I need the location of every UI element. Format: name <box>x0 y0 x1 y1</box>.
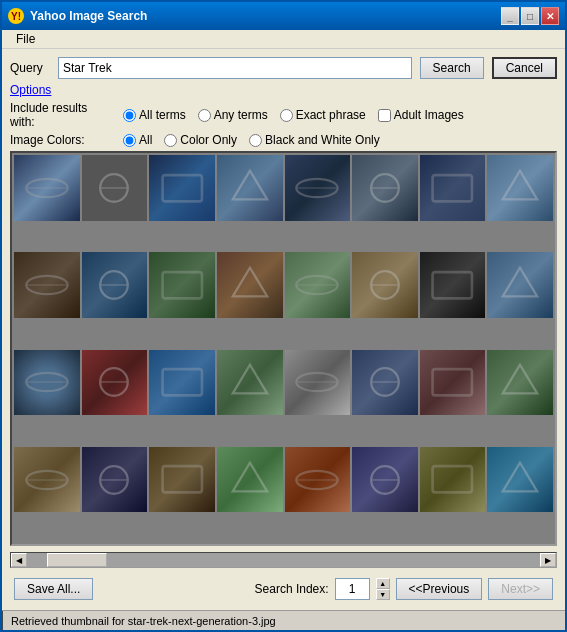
svg-rect-10 <box>433 175 472 201</box>
svg-rect-34 <box>433 369 472 395</box>
status-text: Retrieved thumbnail for star-trek-next-g… <box>11 615 276 627</box>
thumbnail-19[interactable] <box>149 350 215 416</box>
svg-marker-47 <box>503 462 537 491</box>
colors-label: Image Colors: <box>10 133 115 147</box>
app-icon: Y! <box>8 8 24 24</box>
svg-marker-5 <box>232 171 266 200</box>
bw-only-option[interactable]: Black and White Only <box>249 133 380 147</box>
scroll-thumb[interactable] <box>47 553 107 567</box>
svg-marker-35 <box>503 365 537 394</box>
thumbnail-7[interactable] <box>420 155 486 221</box>
thumbnail-14[interactable] <box>352 252 418 318</box>
menu-bar: File <box>2 30 565 49</box>
thumbnail-8[interactable] <box>487 155 553 221</box>
window-title: Yahoo Image Search <box>30 9 495 23</box>
terms-radio-group: All terms Any terms Exact phrase Adult I… <box>123 108 464 122</box>
file-menu[interactable]: File <box>10 30 41 48</box>
thumbnail-1[interactable] <box>14 155 80 221</box>
thumbnail-15[interactable] <box>420 252 486 318</box>
maximize-button[interactable]: □ <box>521 7 539 25</box>
thumbnail-23[interactable] <box>420 350 486 416</box>
adult-images-option[interactable]: Adult Images <box>378 108 464 122</box>
svg-rect-28 <box>162 369 201 395</box>
search-button[interactable]: Search <box>420 57 484 79</box>
scroll-left-arrow[interactable]: ◀ <box>11 553 27 567</box>
search-index-label: Search Index: <box>255 582 329 596</box>
thumbnail-11[interactable] <box>149 252 215 318</box>
thumbnail-27[interactable] <box>149 447 215 513</box>
thumbnail-22[interactable] <box>352 350 418 416</box>
thumbnail-29[interactable] <box>285 447 351 513</box>
thumbnail-31[interactable] <box>420 447 486 513</box>
all-colors-option[interactable]: All <box>123 133 152 147</box>
search-index-row: Search Index: ▲ ▼ <<Previous Next>> <box>255 578 553 600</box>
svg-rect-16 <box>162 272 201 298</box>
svg-marker-41 <box>232 462 266 491</box>
svg-rect-46 <box>433 466 472 492</box>
image-grid-wrapper[interactable] <box>10 151 557 546</box>
exact-phrase-option[interactable]: Exact phrase <box>280 108 366 122</box>
thumbnail-26[interactable] <box>82 447 148 513</box>
status-bar: Retrieved thumbnail for star-trek-next-g… <box>2 610 565 630</box>
window-controls: _ □ ✕ <box>501 7 559 25</box>
title-bar: Y! Yahoo Image Search _ □ ✕ <box>2 2 565 30</box>
thumbnail-30[interactable] <box>352 447 418 513</box>
query-row: Query Search Cancel <box>10 57 557 79</box>
minimize-button[interactable]: _ <box>501 7 519 25</box>
save-all-button[interactable]: Save All... <box>14 578 93 600</box>
close-button[interactable]: ✕ <box>541 7 559 25</box>
any-terms-option[interactable]: Any terms <box>198 108 268 122</box>
thumbnail-16[interactable] <box>487 252 553 318</box>
svg-marker-23 <box>503 268 537 297</box>
color-only-option[interactable]: Color Only <box>164 133 237 147</box>
all-terms-option[interactable]: All terms <box>123 108 186 122</box>
colors-radio-group: All Color Only Black and White Only <box>123 133 380 147</box>
scroll-right-arrow[interactable]: ▶ <box>540 553 556 567</box>
svg-rect-22 <box>433 272 472 298</box>
include-label: Include results with: <box>10 101 115 129</box>
thumbnail-20[interactable] <box>217 350 283 416</box>
cancel-button[interactable]: Cancel <box>492 57 557 79</box>
thumbnail-24[interactable] <box>487 350 553 416</box>
spinner-up[interactable]: ▲ <box>376 578 390 589</box>
thumbnail-4[interactable] <box>217 155 283 221</box>
thumbnail-17[interactable] <box>14 350 80 416</box>
thumbnail-10[interactable] <box>82 252 148 318</box>
thumbnail-6[interactable] <box>352 155 418 221</box>
search-index-input[interactable] <box>335 578 370 600</box>
options-section: Include results with: All terms Any term… <box>10 101 557 147</box>
thumbnail-9[interactable] <box>14 252 80 318</box>
thumbnail-18[interactable] <box>82 350 148 416</box>
thumbnail-2[interactable] <box>82 155 148 221</box>
thumbnail-21[interactable] <box>285 350 351 416</box>
query-input[interactable] <box>58 57 412 79</box>
include-row: Include results with: All terms Any term… <box>10 101 557 129</box>
svg-marker-11 <box>503 171 537 200</box>
svg-rect-4 <box>162 175 201 201</box>
scroll-track[interactable] <box>27 553 540 567</box>
thumbnail-5[interactable] <box>285 155 351 221</box>
next-button[interactable]: Next>> <box>488 578 553 600</box>
main-window: Y! Yahoo Image Search _ □ ✕ File Query S… <box>0 0 567 632</box>
thumbnail-25[interactable] <box>14 447 80 513</box>
thumbnail-28[interactable] <box>217 447 283 513</box>
svg-marker-29 <box>232 365 266 394</box>
prev-button[interactable]: <<Previous <box>396 578 483 600</box>
options-link[interactable]: Options <box>10 83 557 97</box>
colors-row: Image Colors: All Color Only Black and W… <box>10 133 557 147</box>
bottom-bar: Save All... Search Index: ▲ ▼ <<Previous… <box>10 574 557 602</box>
thumbnail-32[interactable] <box>487 447 553 513</box>
thumbnail-12[interactable] <box>217 252 283 318</box>
thumbnail-13[interactable] <box>285 252 351 318</box>
svg-marker-17 <box>232 268 266 297</box>
query-label: Query <box>10 61 50 75</box>
spinner-down[interactable]: ▼ <box>376 589 390 600</box>
thumbnail-3[interactable] <box>149 155 215 221</box>
content-area: Query Search Cancel Options Include resu… <box>2 49 565 610</box>
spinner-buttons: ▲ ▼ <box>376 578 390 600</box>
horizontal-scrollbar[interactable]: ◀ ▶ <box>10 552 557 568</box>
image-grid <box>12 153 555 544</box>
svg-rect-40 <box>162 466 201 492</box>
